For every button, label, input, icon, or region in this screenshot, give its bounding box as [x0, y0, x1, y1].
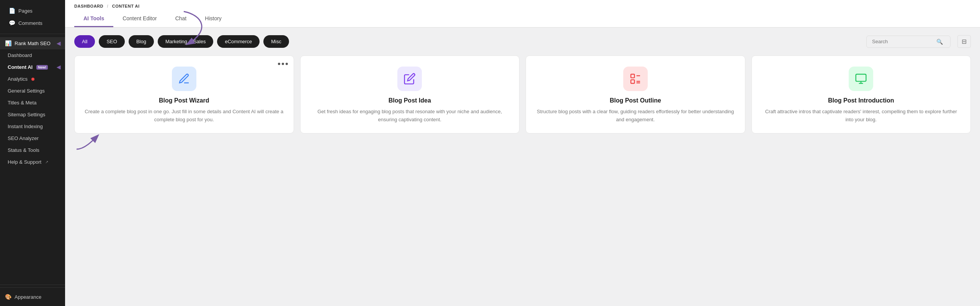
- sidebar-top: 📄 Pages 💬 Comments: [0, 0, 65, 34]
- sidebar-label-rank-math: Rank Math SEO: [15, 41, 51, 46]
- filter-all[interactable]: All: [74, 35, 95, 48]
- sidebar-item-instant-indexing[interactable]: Instant Indexing: [0, 120, 65, 132]
- sidebar-item-appearance[interactable]: 🎨 Appearance: [0, 291, 65, 303]
- sidebar-label-content-ai: Content AI: [8, 64, 33, 70]
- sidebar-label-seo-analyzer: SEO Analyzer: [8, 135, 39, 141]
- sidebar-item-sitemap-settings[interactable]: Sitemap Settings: [0, 109, 65, 120]
- sidebar-item-pages[interactable]: 📄 Pages: [4, 5, 61, 17]
- sidebar-item-help-support[interactable]: Help & Support ↗: [0, 156, 65, 168]
- sidebar-toggle-button[interactable]: ⊟: [957, 35, 971, 48]
- content-area: All SEO Blog Marketing & Sales eCommerce…: [65, 28, 980, 306]
- tab-ai-tools[interactable]: AI Tools: [74, 11, 113, 27]
- svg-rect-4: [631, 80, 634, 83]
- svg-point-2: [286, 63, 288, 65]
- main-content: DASHBOARD / CONTENT AI AI Tools Content …: [65, 0, 980, 306]
- appearance-icon: 🎨: [5, 294, 11, 300]
- introduction-desc: Craft attractive intros that captivate r…: [761, 108, 962, 124]
- tab-history[interactable]: History: [196, 11, 231, 27]
- svg-point-1: [282, 63, 284, 65]
- svg-point-0: [278, 63, 280, 65]
- sidebar-label-sitemap-settings: Sitemap Settings: [8, 112, 45, 117]
- card-blog-post-outline[interactable]: Blog Post Outline Structure blog posts w…: [526, 55, 745, 133]
- sidebar-label-instant-indexing: Instant Indexing: [8, 124, 43, 129]
- sidebar-item-analytics[interactable]: Analytics: [0, 73, 65, 85]
- sidebar-item-dashboard[interactable]: Dashboard: [0, 49, 65, 61]
- idea-icon-wrapper: [397, 67, 422, 91]
- filter-blog[interactable]: Blog: [129, 35, 154, 48]
- cards-grid: Blog Post Wizard Create a complete blog …: [74, 55, 971, 133]
- svg-rect-8: [856, 74, 866, 81]
- card-menu-wizard[interactable]: [278, 61, 288, 68]
- sidebar-item-titles-meta[interactable]: Titles & Meta: [0, 97, 65, 109]
- sidebar-item-seo-analyzer[interactable]: SEO Analyzer: [0, 132, 65, 144]
- idea-title: Blog Post Idea: [389, 97, 431, 104]
- sidebar-item-content-ai[interactable]: Content AI New! ◀: [0, 61, 65, 73]
- sidebar-nav: 📊 Rank Math SEO ◀ Dashboard Content AI N…: [0, 34, 65, 282]
- wizard-icon-wrapper: [172, 67, 196, 91]
- pages-icon: 📄: [8, 8, 15, 14]
- idea-desc: Get fresh ideas for engaging blog posts …: [310, 108, 510, 124]
- sidebar-label-titles-meta: Titles & Meta: [8, 100, 36, 106]
- outline-icon-wrapper: [623, 67, 648, 91]
- wizard-desc: Create a complete blog post in one go. J…: [84, 108, 284, 124]
- svg-rect-3: [631, 74, 634, 78]
- tab-content-editor[interactable]: Content Editor: [113, 11, 166, 27]
- external-link-icon: ↗: [45, 160, 48, 164]
- sidebar-divider: [0, 285, 65, 285]
- rank-math-icon: 📊: [5, 40, 11, 46]
- sidebar-label-general-settings: General Settings: [8, 88, 45, 94]
- card-blog-post-idea[interactable]: Blog Post Idea Get fresh ideas for engag…: [300, 55, 520, 133]
- breadcrumb-current: CONTENT AI: [112, 4, 140, 8]
- sidebar-label-help-support: Help & Support: [8, 159, 41, 165]
- outline-desc: Structure blog posts with a clear flow, …: [535, 108, 736, 124]
- breadcrumb: DASHBOARD / CONTENT AI: [74, 0, 971, 11]
- breadcrumb-separator: /: [107, 4, 109, 8]
- filter-bar: All SEO Blog Marketing & Sales eCommerce…: [74, 35, 971, 48]
- wizard-title: Blog Post Wizard: [159, 97, 209, 104]
- top-bar: DASHBOARD / CONTENT AI AI Tools Content …: [65, 0, 980, 28]
- sidebar-label-analytics: Analytics: [8, 76, 28, 82]
- tab-chat[interactable]: Chat: [166, 11, 196, 27]
- search-box: 🔍: [866, 36, 951, 48]
- sidebar-label-dashboard: Dashboard: [8, 52, 32, 58]
- sidebar-item-status-tools[interactable]: Status & Tools: [0, 144, 65, 156]
- sidebar-label-status-tools: Status & Tools: [8, 147, 39, 153]
- tabs: AI Tools Content Editor Chat History: [74, 11, 971, 27]
- sidebar-label-appearance: Appearance: [15, 294, 41, 300]
- analytics-dot: [31, 78, 34, 81]
- content-ai-arrow: ◀: [57, 64, 60, 70]
- search-input[interactable]: [872, 39, 933, 44]
- sidebar-item-rank-math[interactable]: 📊 Rank Math SEO ◀: [0, 37, 65, 49]
- breadcrumb-dashboard: DASHBOARD: [74, 4, 103, 8]
- filter-marketing[interactable]: Marketing & Sales: [158, 35, 214, 48]
- sidebar-label-pages: Pages: [18, 8, 33, 14]
- sidebar: 📄 Pages 💬 Comments 📊 Rank Math SEO ◀ Das…: [0, 0, 65, 306]
- introduction-icon-wrapper: [849, 67, 873, 91]
- content-ai-badge: New!: [36, 65, 48, 70]
- search-icon: 🔍: [936, 39, 943, 45]
- comments-icon: 💬: [8, 20, 15, 26]
- introduction-title: Blog Post Introduction: [828, 97, 894, 104]
- card-blog-post-introduction[interactable]: Blog Post Introduction Craft attractive …: [751, 55, 971, 133]
- filter-misc[interactable]: Misc: [263, 35, 289, 48]
- filter-seo[interactable]: SEO: [99, 35, 124, 48]
- card-blog-post-wizard[interactable]: Blog Post Wizard Create a complete blog …: [74, 55, 294, 133]
- sidebar-item-comments[interactable]: 💬 Comments: [4, 17, 61, 29]
- filter-ecommerce[interactable]: eCommerce: [217, 35, 260, 48]
- rank-math-arrow: ◀: [57, 41, 60, 46]
- sidebar-label-comments: Comments: [18, 20, 42, 26]
- sidebar-bottom: 🎨 Appearance: [0, 287, 65, 306]
- outline-title: Blog Post Outline: [610, 97, 661, 104]
- sidebar-item-general-settings[interactable]: General Settings: [0, 85, 65, 97]
